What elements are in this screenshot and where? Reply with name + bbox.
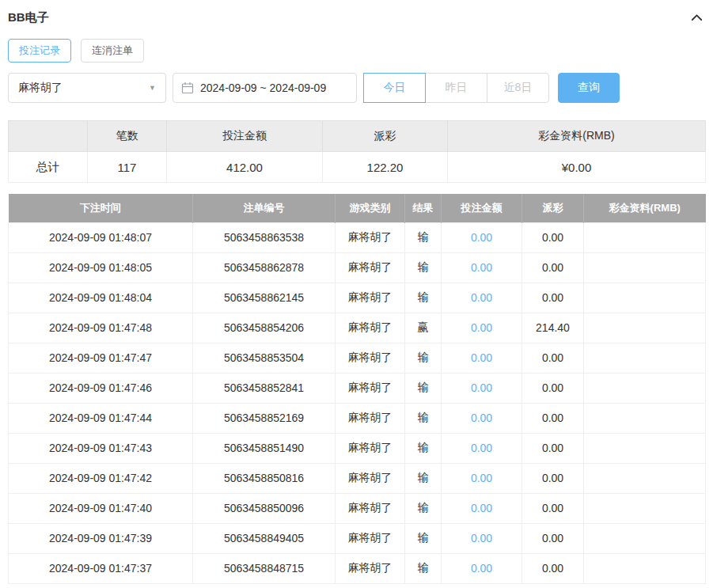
search-button[interactable]: 查询 xyxy=(558,73,620,103)
cell-bonus xyxy=(584,403,706,433)
cell-bet-amount: 0.00 xyxy=(442,403,522,433)
cell-order-no: 5063458862145 xyxy=(193,283,336,313)
summary-total-bet-amount: 412.00 xyxy=(167,152,323,183)
bet-amount-link[interactable]: 0.00 xyxy=(471,321,492,334)
cell-result: 输 xyxy=(405,283,442,313)
summary-header-blank xyxy=(9,121,88,152)
game-type-select[interactable]: 麻将胡了 ▼ xyxy=(8,73,166,103)
cell-game-type: 麻将胡了 xyxy=(336,463,405,493)
table-row: 2024-09-09 01:47:37 5063458848715 麻将胡了 输… xyxy=(9,553,706,583)
record-type-tabs: 投注记录 连消注单 xyxy=(8,39,705,63)
col-header-bonus: 彩金资料(RMB) xyxy=(584,194,706,222)
cell-result: 输 xyxy=(405,433,442,463)
cell-time: 2024-09-09 01:47:44 xyxy=(9,403,193,433)
bet-records-panel: BB电子 投注记录 连消注单 麻将胡了 ▼ 2024-09-09 ~ 2024-… xyxy=(0,0,713,584)
cell-payout: 0.00 xyxy=(522,463,584,493)
bet-amount-link[interactable]: 0.00 xyxy=(471,231,492,244)
game-type-select-value: 麻将胡了 xyxy=(18,81,63,95)
table-row: 2024-09-09 01:47:43 5063458851490 麻将胡了 输… xyxy=(9,433,706,463)
bet-amount-link[interactable]: 0.00 xyxy=(471,291,492,304)
cell-time: 2024-09-09 01:48:04 xyxy=(9,283,193,313)
cell-bet-amount: 0.00 xyxy=(442,283,522,313)
cell-bonus xyxy=(584,222,706,252)
cell-payout: 214.40 xyxy=(522,313,584,343)
cell-time: 2024-09-09 01:47:39 xyxy=(9,523,193,553)
cell-bet-amount: 0.00 xyxy=(442,343,522,373)
table-row: 2024-09-09 01:47:40 5063458850096 麻将胡了 输… xyxy=(9,493,706,523)
cell-bonus xyxy=(584,283,706,313)
cell-payout: 0.00 xyxy=(522,433,584,463)
bet-amount-link[interactable]: 0.00 xyxy=(471,351,492,364)
col-header-game-type: 游戏类别 xyxy=(336,194,405,222)
cell-payout: 0.00 xyxy=(522,523,584,553)
bet-amount-link[interactable]: 0.00 xyxy=(471,562,492,575)
cell-game-type: 麻将胡了 xyxy=(336,433,405,463)
tab[interactable]: 连消注单 xyxy=(81,39,144,63)
cell-bonus xyxy=(584,313,706,343)
cell-payout: 0.00 xyxy=(522,553,584,583)
cell-bonus xyxy=(584,463,706,493)
cell-game-type: 麻将胡了 xyxy=(336,252,405,283)
table-row: 2024-09-09 01:47:46 5063458852841 麻将胡了 输… xyxy=(9,373,706,403)
cell-bet-amount: 0.00 xyxy=(442,523,522,553)
cell-result: 输 xyxy=(405,373,442,403)
date-range-input[interactable]: 2024-09-09 ~ 2024-09-09 xyxy=(173,73,357,103)
cell-bet-amount: 0.00 xyxy=(442,463,522,493)
cell-time: 2024-09-09 01:47:40 xyxy=(9,493,193,523)
cell-time: 2024-09-09 01:47:37 xyxy=(9,553,193,583)
cell-bet-amount: 0.00 xyxy=(442,433,522,463)
cell-order-no: 5063458848715 xyxy=(193,553,336,583)
bet-amount-link[interactable]: 0.00 xyxy=(471,442,492,454)
cell-time: 2024-09-09 01:48:07 xyxy=(9,222,193,252)
table-row: 2024-09-09 01:47:44 5063458852169 麻将胡了 输… xyxy=(9,403,706,433)
cell-result: 输 xyxy=(405,222,442,252)
cell-time: 2024-09-09 01:47:48 xyxy=(9,313,193,343)
cell-result: 输 xyxy=(405,463,442,493)
summary-total-payout: 122.20 xyxy=(323,152,448,183)
cell-order-no: 5063458850096 xyxy=(193,493,336,523)
cell-result: 输 xyxy=(405,523,442,553)
cell-time: 2024-09-09 01:48:05 xyxy=(9,252,193,283)
cell-bet-amount: 0.00 xyxy=(442,252,522,283)
summary-header-bonus: 彩金资料(RMB) xyxy=(448,121,706,152)
bet-amount-link[interactable]: 0.00 xyxy=(471,381,492,394)
cell-game-type: 麻将胡了 xyxy=(336,373,405,403)
bet-amount-link[interactable]: 0.00 xyxy=(471,502,492,514)
page-title: BB电子 xyxy=(8,10,49,25)
panel-header: BB电子 xyxy=(8,0,705,26)
cell-result: 赢 xyxy=(405,313,442,343)
bet-amount-link[interactable]: 0.00 xyxy=(471,472,492,484)
summary-total-label: 总计 xyxy=(9,152,88,183)
chevron-up-icon xyxy=(690,15,704,27)
bet-amount-link[interactable]: 0.00 xyxy=(471,261,492,274)
bet-amount-link[interactable]: 0.00 xyxy=(471,532,492,544)
cell-order-no: 5063458863538 xyxy=(193,222,336,252)
cell-time: 2024-09-09 01:47:46 xyxy=(9,373,193,403)
cell-bonus xyxy=(584,493,706,523)
cell-game-type: 麻将胡了 xyxy=(336,403,405,433)
summary-total-count: 117 xyxy=(88,152,167,183)
cell-bonus xyxy=(584,523,706,553)
cell-bonus xyxy=(584,433,706,463)
collapse-panel-button[interactable] xyxy=(688,9,705,26)
cell-bonus xyxy=(584,252,706,283)
cell-order-no: 5063458862878 xyxy=(193,252,336,283)
cell-time: 2024-09-09 01:47:43 xyxy=(9,433,193,463)
cell-order-no: 5063458854206 xyxy=(193,313,336,343)
quick-date-button[interactable]: 今日 xyxy=(363,73,426,103)
chevron-down-icon: ▼ xyxy=(149,84,156,92)
quick-date-button[interactable]: 昨日 xyxy=(425,73,487,103)
cell-result: 输 xyxy=(405,343,442,373)
summary-header-count: 笔数 xyxy=(88,121,167,152)
bet-amount-link[interactable]: 0.00 xyxy=(471,412,492,424)
cell-time: 2024-09-09 01:47:47 xyxy=(9,343,193,373)
bet-records-table: 下注时间 注单编号 游戏类别 结果 投注金额 派彩 彩金资料(RMB) 2024… xyxy=(8,194,706,584)
summary-header-payout: 派彩 xyxy=(323,121,448,152)
tab[interactable]: 投注记录 xyxy=(8,39,71,63)
cell-order-no: 5063458852841 xyxy=(193,373,336,403)
quick-date-button[interactable]: 近8日 xyxy=(487,73,549,103)
cell-time: 2024-09-09 01:47:42 xyxy=(9,463,193,493)
cell-game-type: 麻将胡了 xyxy=(336,222,405,252)
cell-payout: 0.00 xyxy=(522,222,584,252)
cell-order-no: 5063458851490 xyxy=(193,433,336,463)
